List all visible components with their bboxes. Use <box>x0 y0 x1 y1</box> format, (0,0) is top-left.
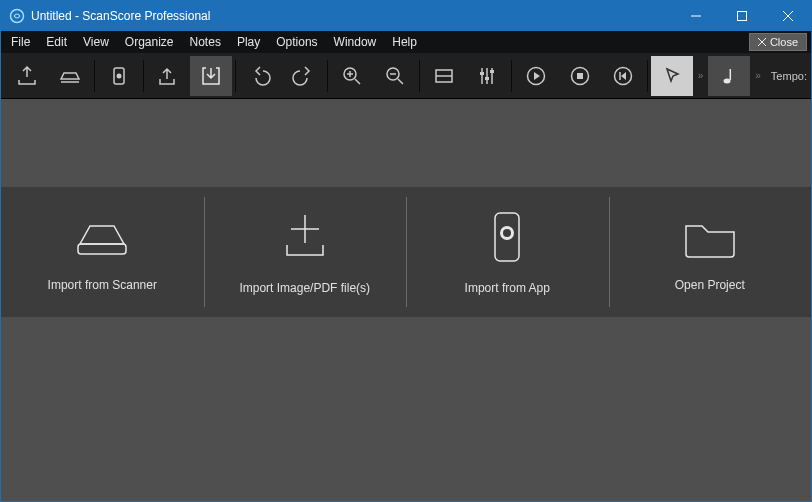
start-strip: Import from Scanner Import Image/PDF fil… <box>1 187 811 317</box>
start-import-app[interactable]: Import from App <box>406 187 609 317</box>
menu-window[interactable]: Window <box>326 33 385 51</box>
menu-options[interactable]: Options <box>268 33 325 51</box>
zoom-out-button[interactable] <box>375 56 417 96</box>
zoom-in-icon <box>341 65 363 87</box>
note-icon <box>719 66 739 86</box>
rewind-icon <box>612 65 634 87</box>
svg-point-30 <box>724 78 731 83</box>
phone-app-icon <box>109 66 129 86</box>
svg-line-15 <box>398 79 403 84</box>
close-panel-label: Close <box>770 36 798 48</box>
minimize-button[interactable] <box>673 1 719 31</box>
undo-icon <box>249 65 271 87</box>
svg-rect-32 <box>78 244 126 254</box>
workspace: Import from Scanner Import Image/PDF fil… <box>1 99 811 501</box>
fit-rect-icon <box>433 65 455 87</box>
menu-file[interactable]: File <box>3 33 38 51</box>
import-image-button[interactable] <box>50 56 92 96</box>
tempo-label: Tempo: <box>771 70 807 82</box>
import-scanner-button[interactable] <box>6 56 48 96</box>
scanner-upload-icon <box>15 64 39 88</box>
start-app-label: Import from App <box>465 281 550 295</box>
svg-rect-2 <box>738 12 747 21</box>
close-icon <box>758 38 766 46</box>
scanner-icon <box>70 212 134 262</box>
start-import-scanner[interactable]: Import from Scanner <box>1 187 204 317</box>
flatbed-icon <box>58 64 82 88</box>
start-image-label: Import Image/PDF file(s) <box>239 281 370 295</box>
save-button[interactable] <box>190 56 232 96</box>
import-app-button[interactable] <box>98 56 140 96</box>
redo-button[interactable] <box>282 56 324 96</box>
cursor-icon <box>662 66 682 86</box>
play-icon <box>525 65 547 87</box>
menu-edit[interactable]: Edit <box>38 33 75 51</box>
maximize-button[interactable] <box>719 1 765 31</box>
fit-width-button[interactable] <box>423 56 465 96</box>
close-panel-button[interactable]: Close <box>749 33 807 51</box>
svg-rect-22 <box>480 72 484 75</box>
start-open-project[interactable]: Open Project <box>609 187 812 317</box>
toolbar-overflow-2[interactable]: » <box>751 70 765 81</box>
svg-line-11 <box>355 79 360 84</box>
svg-point-0 <box>11 10 24 23</box>
sliders-icon <box>476 65 498 87</box>
stop-icon <box>569 65 591 87</box>
phone-icon <box>487 209 527 265</box>
export-up-icon <box>155 64 179 88</box>
svg-rect-23 <box>485 77 489 80</box>
close-button[interactable] <box>765 1 811 31</box>
menu-help[interactable]: Help <box>384 33 425 51</box>
menu-view[interactable]: View <box>75 33 117 51</box>
svg-rect-27 <box>577 73 583 79</box>
export-button[interactable] <box>147 56 189 96</box>
rewind-button[interactable] <box>602 56 644 96</box>
redo-icon <box>292 65 314 87</box>
import-file-icon <box>273 209 337 265</box>
play-button[interactable] <box>515 56 557 96</box>
app-icon <box>9 8 25 24</box>
titlebar: Untitled - ScanScore Professional <box>1 1 811 31</box>
svg-rect-24 <box>490 70 494 73</box>
mixer-button[interactable] <box>467 56 509 96</box>
stop-button[interactable] <box>559 56 601 96</box>
window-title: Untitled - ScanScore Professional <box>31 9 210 23</box>
start-import-image[interactable]: Import Image/PDF file(s) <box>204 187 407 317</box>
menu-notes[interactable]: Notes <box>182 33 229 51</box>
pointer-tool-button[interactable] <box>651 56 693 96</box>
save-into-icon <box>199 64 223 88</box>
folder-icon <box>678 212 742 262</box>
undo-button[interactable] <box>239 56 281 96</box>
zoom-in-button[interactable] <box>331 56 373 96</box>
note-tool-button[interactable] <box>708 56 750 96</box>
toolbar: » » Tempo: <box>1 53 811 99</box>
toolbar-overflow-1[interactable]: » <box>694 70 708 81</box>
svg-point-9 <box>116 73 121 78</box>
start-scanner-label: Import from Scanner <box>48 278 157 292</box>
menubar: File Edit View Organize Notes Play Optio… <box>1 31 811 53</box>
menu-organize[interactable]: Organize <box>117 33 182 51</box>
zoom-out-icon <box>384 65 406 87</box>
start-open-label: Open Project <box>675 278 745 292</box>
menu-play[interactable]: Play <box>229 33 268 51</box>
